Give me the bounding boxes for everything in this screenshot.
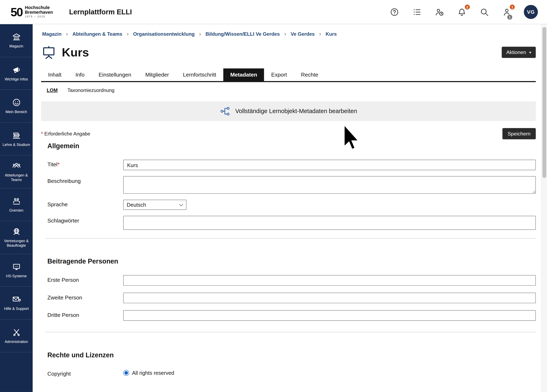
bullet-list-icon	[412, 7, 422, 17]
person-clock-icon	[434, 7, 444, 17]
contacts-badge-bottom: 1	[507, 14, 513, 20]
section-title-beitragende: Beitragende Personen	[48, 257, 536, 265]
dritte-person-input[interactable]	[123, 310, 536, 321]
save-button[interactable]: Speichern	[502, 128, 536, 139]
sidebar-item-gremien[interactable]: Gremien	[0, 188, 33, 221]
erste-person-label: Erste Person	[48, 275, 123, 286]
tab-lernfortschritt[interactable]: Lernfortschritt	[176, 68, 223, 81]
university-logo[interactable]: 50 Hochschule Bremerhaven 1975 – 2025	[10, 6, 53, 18]
sidebar-item-label: Wichtige Infos	[4, 77, 29, 81]
who-is-online-button[interactable]	[434, 7, 444, 17]
section-title-rechte: Rechte und Lizenzen	[48, 351, 536, 359]
schlagwoerter-label: Schlagwörter	[48, 216, 123, 230]
beschreibung-textarea[interactable]	[123, 176, 536, 194]
section-allgemein-fields: Titel* Beschreibung Sprache Deutsch	[48, 160, 536, 230]
sidebar-item-label: Administration	[3, 339, 29, 344]
breadcrumb-item-abteilungen[interactable]: Abteilungen & Teams	[73, 31, 122, 37]
app-title: Lernplattform ELLI	[69, 8, 132, 16]
help-icon	[390, 7, 399, 17]
field-row-schlagwoerter: Schlagwörter	[48, 216, 536, 230]
sprache-select[interactable]: Deutsch	[123, 200, 186, 210]
tools-icon	[12, 328, 21, 337]
tab-rechte[interactable]: Rechte	[294, 68, 325, 81]
schlagwoerter-input[interactable]	[123, 216, 536, 230]
metadata-edit-banner: Vollständige Lernobjekt-Metadaten bearbe…	[41, 101, 536, 121]
copyright-radio-all-rights-reserved[interactable]	[123, 370, 129, 376]
actions-dropdown-button[interactable]: Aktionen ▾	[502, 47, 536, 58]
bank-icon	[12, 33, 21, 41]
main-content: Magazin › Abteilungen & Teams › Organisa…	[33, 24, 547, 392]
user-avatar[interactable]: VG	[524, 5, 538, 19]
sidebar-item-magazin[interactable]: Magazin	[0, 24, 33, 57]
field-row-titel: Titel*	[48, 160, 536, 170]
globe-icon	[12, 227, 21, 236]
breadcrumb-separator: ›	[284, 31, 286, 37]
subtab-taxonomiezuordnung[interactable]: Taxonomiezuordnung	[67, 88, 114, 93]
breadcrumb-item-bildung-wissen[interactable]: Bildung/Wissen/ELLI Ve Gerdes	[205, 31, 280, 37]
help-button[interactable]	[389, 7, 400, 17]
breadcrumb-item-organisationsentwicklung[interactable]: Organisationsentwicklung	[133, 31, 195, 37]
tab-einstellungen[interactable]: Einstellungen	[92, 68, 138, 81]
search-button[interactable]	[479, 7, 489, 17]
sidebar-item-label: Hilfe & Support	[3, 306, 30, 311]
required-note-text: Erforderliche Angabe	[44, 131, 90, 136]
tab-metadaten[interactable]: Metadaten	[223, 68, 264, 81]
tab-info[interactable]: Info	[68, 68, 92, 81]
sidebar-item-vertretungen[interactable]: Vertretungen & Beauftragte	[0, 221, 33, 254]
beschreibung-label: Beschreibung	[48, 176, 123, 194]
tab-mitglieder[interactable]: Mitglieder	[138, 68, 176, 81]
workflow-icon	[220, 106, 230, 116]
scrollbar	[541, 24, 547, 392]
megaphone-icon	[12, 65, 21, 74]
sidebar-item-hilfe-support[interactable]: Hilfe & Support	[0, 287, 33, 319]
breadcrumb-item-magazin[interactable]: Magazin	[42, 31, 62, 37]
zweite-person-input[interactable]	[123, 293, 536, 303]
actions-label: Aktionen	[506, 49, 526, 55]
mail-help-icon	[12, 295, 21, 304]
logo-years: 1975 – 2025	[25, 16, 53, 18]
field-row-beschreibung: Beschreibung	[48, 176, 536, 194]
sprache-label: Sprache	[48, 200, 123, 210]
field-row-copyright: Copyright All rights reserved	[48, 369, 536, 377]
contacts-button[interactable]: 1 1	[501, 7, 512, 17]
scrollbar-thumb[interactable]	[542, 27, 546, 178]
sidebar-item-label: Magazin	[8, 44, 24, 48]
subtab-lom[interactable]: LOM	[47, 88, 57, 93]
breadcrumb: Magazin › Abteilungen & Teams › Organisa…	[41, 24, 536, 37]
sidebar-item-administration[interactable]: Administration	[0, 319, 33, 352]
main-sidebar: Magazin Wichtige Infos Mein Bereich	[0, 24, 33, 392]
contacts-badge-top: 1	[509, 4, 515, 10]
committee-icon	[12, 196, 21, 205]
field-row-dritte-person: Dritte Person	[48, 310, 536, 321]
edit-full-metadata-link[interactable]: Vollständige Lernobjekt-Metadaten bearbe…	[235, 108, 357, 115]
breadcrumb-separator: ›	[66, 31, 68, 37]
sidebar-item-lehre-studium[interactable]: Lehre & Studium	[0, 123, 33, 155]
required-asterisk: *	[57, 162, 60, 168]
people-icon	[12, 161, 21, 170]
titel-input[interactable]	[123, 160, 536, 170]
tab-bar: Inhalt Info Einstellungen Mitglieder Ler…	[41, 68, 536, 82]
required-note: * Erforderliche Angabe	[41, 131, 90, 136]
copyright-option-label: All rights reserved	[132, 370, 174, 376]
breadcrumb-item-kurs[interactable]: Kurs	[326, 31, 337, 37]
required-asterisk: *	[41, 131, 43, 136]
section-rechte-fields: Copyright All rights reserved	[48, 369, 536, 377]
sidebar-item-abteilungen-teams[interactable]: Abteilungen & Teams	[0, 155, 33, 188]
erste-person-input[interactable]	[123, 275, 536, 286]
sidebar-item-wichtige-infos[interactable]: Wichtige Infos	[0, 57, 33, 90]
form-header-row: * Erforderliche Angabe Speichern	[41, 128, 536, 139]
app-window: 50 Hochschule Bremerhaven 1975 – 2025 Le…	[0, 0, 547, 392]
tab-export[interactable]: Export	[264, 68, 294, 81]
sidebar-item-hs-systeme[interactable]: HS-Systeme	[0, 254, 33, 287]
list-view-button[interactable]	[411, 7, 422, 17]
books-icon	[12, 131, 21, 140]
caret-down-icon: ▾	[529, 50, 531, 54]
sidebar-item-mein-bereich[interactable]: Mein Bereich	[0, 90, 33, 123]
breadcrumb-separator: ›	[319, 31, 321, 37]
logo-number: 50	[10, 6, 22, 18]
breadcrumb-item-ve-gerdes[interactable]: Ve Gerdes	[291, 31, 315, 37]
notifications-button[interactable]: 2	[457, 7, 467, 17]
sidebar-item-label: HS-Systeme	[5, 274, 28, 278]
tab-inhalt[interactable]: Inhalt	[41, 68, 68, 81]
copyright-label: Copyright	[48, 369, 123, 377]
